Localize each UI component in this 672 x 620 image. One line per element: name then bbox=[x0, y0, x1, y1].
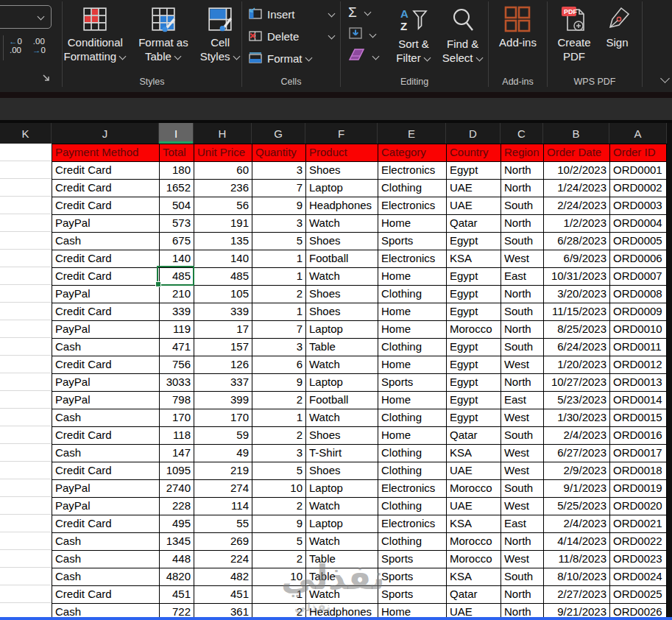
cell[interactable]: Laptop bbox=[305, 180, 378, 197]
cell[interactable]: ORD0016 bbox=[609, 427, 667, 445]
cell[interactable]: ORD0004 bbox=[609, 215, 667, 233]
cell[interactable]: Cash bbox=[52, 533, 159, 551]
cell[interactable]: 1345 bbox=[159, 533, 194, 551]
cell[interactable]: PayPal bbox=[52, 286, 159, 303]
cell[interactable]: Egypt bbox=[446, 409, 501, 427]
cell[interactable]: Clothing bbox=[378, 462, 446, 480]
cell[interactable]: Sports bbox=[378, 551, 446, 568]
cell[interactable]: Cash bbox=[52, 551, 159, 568]
cell[interactable]: Home bbox=[378, 427, 446, 445]
cell[interactable]: Qatar bbox=[446, 215, 501, 233]
cell[interactable]: 1652 bbox=[159, 180, 194, 197]
cell[interactable]: 6/9/2023 bbox=[543, 250, 609, 268]
header-cell[interactable]: Category bbox=[378, 144, 446, 162]
cell[interactable]: 2 bbox=[252, 286, 305, 303]
cell[interactable]: Sports bbox=[378, 374, 446, 392]
cell[interactable]: Cash bbox=[52, 568, 159, 586]
cell[interactable]: Watch bbox=[305, 533, 378, 551]
cell[interactable]: 6/27/2023 bbox=[543, 445, 609, 462]
cell[interactable]: West bbox=[501, 498, 543, 515]
cell[interactable]: 448 bbox=[159, 551, 194, 568]
cell[interactable]: Morocco bbox=[446, 480, 501, 498]
cell[interactable]: PayPal bbox=[52, 392, 159, 409]
cell[interactable]: ORD0022 bbox=[609, 533, 667, 551]
cell[interactable]: Watch bbox=[305, 409, 378, 427]
cell[interactable]: ORD0003 bbox=[609, 197, 667, 215]
cell[interactable]: 10/31/2023 bbox=[543, 268, 609, 286]
column-header-f[interactable]: F bbox=[305, 123, 378, 144]
cell[interactable]: Home bbox=[378, 356, 446, 374]
cell[interactable]: Credit Card bbox=[52, 268, 159, 286]
column-header-g[interactable]: G bbox=[252, 123, 305, 144]
cell[interactable]: 471 bbox=[159, 339, 194, 356]
column-header-a[interactable]: A bbox=[609, 123, 667, 144]
cell[interactable]: 1/2/2023 bbox=[543, 215, 609, 233]
cell[interactable]: ORD0005 bbox=[609, 233, 667, 250]
cell[interactable]: 1/20/2023 bbox=[543, 356, 609, 374]
cell[interactable]: 482 bbox=[194, 568, 252, 586]
column-header-j[interactable]: J bbox=[52, 123, 159, 144]
cell[interactable]: ORD0012 bbox=[609, 356, 667, 374]
cell[interactable]: Electronics bbox=[378, 197, 446, 215]
cell[interactable]: 798 bbox=[159, 392, 194, 409]
cell[interactable]: Credit Card bbox=[52, 515, 159, 533]
cell[interactable]: 147 bbox=[159, 445, 194, 462]
cell[interactable]: Football bbox=[305, 250, 378, 268]
chevron-down-icon[interactable] bbox=[372, 52, 380, 60]
cell[interactable]: PayPal bbox=[52, 498, 159, 515]
cell[interactable]: Electronics bbox=[378, 515, 446, 533]
cell[interactable]: ORD0020 bbox=[609, 498, 667, 515]
cell[interactable]: KSA bbox=[446, 250, 501, 268]
cell[interactable]: North bbox=[501, 286, 543, 303]
cell[interactable]: 504 bbox=[159, 197, 194, 215]
cell[interactable]: East bbox=[501, 268, 543, 286]
autosum-button[interactable]: Σ bbox=[348, 1, 390, 24]
cell[interactable]: 2740 bbox=[159, 480, 194, 498]
cell[interactable]: 337 bbox=[194, 374, 252, 392]
format-button[interactable]: Format bbox=[248, 49, 336, 68]
cell[interactable]: UAE bbox=[446, 498, 501, 515]
cell[interactable]: Table bbox=[305, 568, 378, 586]
cell[interactable]: ORD0019 bbox=[609, 480, 667, 498]
cell[interactable]: Cash bbox=[52, 445, 159, 462]
cell[interactable]: PayPal bbox=[52, 215, 159, 233]
cell[interactable]: Football bbox=[305, 392, 378, 409]
cell[interactable]: Morocco bbox=[446, 551, 501, 568]
cell[interactable]: 3 bbox=[252, 215, 305, 233]
cell[interactable]: 7 bbox=[252, 180, 305, 197]
cell[interactable]: Clothing bbox=[378, 180, 446, 197]
cell[interactable]: 9/1/2023 bbox=[543, 480, 609, 498]
cell[interactable]: Home bbox=[378, 392, 446, 409]
cell[interactable]: ORD0011 bbox=[609, 339, 667, 356]
cell[interactable]: Home bbox=[378, 303, 446, 321]
cell[interactable]: Egypt bbox=[446, 286, 501, 303]
cell[interactable]: ORD0007 bbox=[609, 268, 667, 286]
cell[interactable]: ORD0010 bbox=[609, 321, 667, 339]
column-k-cells[interactable] bbox=[0, 144, 52, 620]
cell[interactable]: ORD0006 bbox=[609, 250, 667, 268]
cell[interactable]: KSA bbox=[446, 568, 501, 586]
cell[interactable]: 1/24/2023 bbox=[543, 180, 609, 197]
cell[interactable]: 2/9/2023 bbox=[543, 462, 609, 480]
cell[interactable]: Sports bbox=[378, 233, 446, 250]
cell[interactable]: 2 bbox=[252, 427, 305, 445]
cell[interactable]: PayPal bbox=[52, 374, 159, 392]
cell[interactable]: ORD0018 bbox=[609, 462, 667, 480]
header-cell[interactable]: Total bbox=[159, 144, 194, 162]
ribbon-collapse-chevron-icon[interactable] bbox=[660, 74, 670, 83]
cell[interactable]: 119 bbox=[159, 321, 194, 339]
cell[interactable]: 485 bbox=[194, 268, 252, 286]
cell[interactable]: 8/10/2023 bbox=[543, 568, 609, 586]
cell[interactable]: Home bbox=[378, 215, 446, 233]
cell[interactable]: Egypt bbox=[446, 233, 501, 250]
cell[interactable]: Clothing bbox=[378, 498, 446, 515]
cell[interactable]: South bbox=[501, 197, 543, 215]
cell[interactable]: 157 bbox=[194, 339, 252, 356]
cell[interactable]: Credit Card bbox=[52, 180, 159, 197]
cell[interactable]: ORD0017 bbox=[609, 445, 667, 462]
cell[interactable]: ORD0015 bbox=[609, 409, 667, 427]
cell[interactable]: Credit Card bbox=[52, 303, 159, 321]
header-cell[interactable]: Product bbox=[305, 144, 378, 162]
cell[interactable]: Watch bbox=[305, 356, 378, 374]
header-cell[interactable]: Region bbox=[501, 144, 543, 162]
